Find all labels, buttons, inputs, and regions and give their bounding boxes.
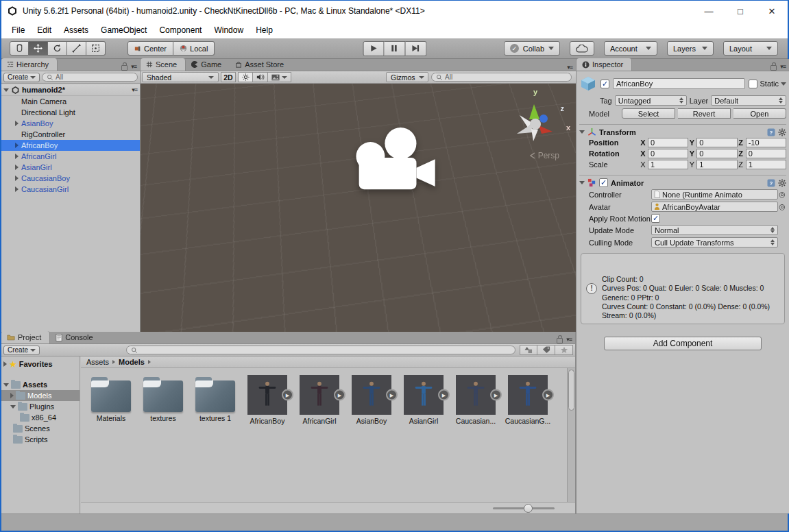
rect-tool-icon[interactable] — [86, 41, 106, 56]
transform-z-field[interactable]: -10 — [746, 138, 786, 147]
step-button[interactable] — [405, 41, 426, 56]
hierarchy-search-input[interactable]: All — [42, 73, 138, 82]
transform-y-field[interactable]: 0 — [696, 138, 737, 147]
panel-menu-icon[interactable]: ▾≡ — [780, 63, 786, 70]
hierarchy-item[interactable]: AfricanBoy — [1, 140, 140, 151]
transform-x-field[interactable]: 0 — [648, 149, 688, 158]
expand-triangle-icon[interactable] — [10, 393, 14, 398]
transform-header[interactable]: Transform ? — [579, 124, 786, 136]
tree-item-plugins[interactable]: Plugins — [1, 401, 80, 412]
preview-play-icon[interactable]: ▶ — [386, 389, 398, 401]
minimize-button[interactable]: — — [693, 1, 725, 21]
expand-triangle-icon[interactable] — [15, 165, 19, 170]
asset-store-tab[interactable]: Asset Store — [230, 58, 292, 71]
transform-x-field[interactable]: 1 — [648, 160, 688, 169]
menu-item[interactable]: File — [5, 21, 31, 38]
hierarchy-item[interactable]: AsianBoy — [1, 118, 140, 129]
gizmos-dropdown[interactable]: Gizmos — [386, 72, 428, 82]
menu-item[interactable]: Edit — [31, 21, 58, 38]
search-by-label-button[interactable] — [537, 345, 555, 355]
scene-root-row[interactable]: humanoid2* ▾≡ — [1, 84, 140, 96]
expand-triangle-icon[interactable] — [10, 405, 16, 409]
expand-triangle-icon[interactable] — [3, 361, 7, 367]
hierarchy-create-button[interactable]: Create — [3, 73, 40, 82]
layers-dropdown[interactable]: Layers — [667, 41, 714, 56]
asset-folder[interactable]: textures — [141, 375, 185, 425]
panel-menu-icon[interactable]: ▾≡ — [566, 336, 572, 343]
game-tab[interactable]: Game — [186, 58, 230, 71]
scene-tab[interactable]: Scene — [141, 58, 186, 71]
hierarchy-item[interactable]: CaucasianBoy — [1, 173, 140, 184]
avatar-field[interactable]: AfricanBoyAvatar — [651, 202, 778, 212]
asset-model[interactable]: ▶ Caucasian... — [454, 375, 498, 425]
asset-model[interactable]: ▶ AfricanBoy — [245, 375, 289, 425]
transform-y-field[interactable]: 1 — [696, 160, 737, 169]
expand-triangle-icon[interactable] — [15, 154, 19, 159]
collab-button[interactable]: ✓ Collab — [504, 41, 560, 56]
culling-mode-dropdown[interactable]: Cull Update Transforms — [651, 237, 778, 247]
expand-triangle-icon[interactable] — [15, 143, 19, 148]
account-dropdown[interactable]: Account — [604, 41, 657, 56]
search-by-type-button[interactable] — [520, 345, 537, 355]
expand-triangle-icon[interactable] — [15, 186, 19, 192]
menu-item[interactable]: Help — [250, 21, 279, 38]
expand-triangle-icon[interactable] — [15, 121, 19, 126]
controller-field[interactable]: None (Runtime Animato — [651, 189, 778, 200]
help-icon[interactable]: ? — [767, 128, 775, 136]
static-checkbox[interactable] — [749, 80, 757, 88]
expand-triangle-icon[interactable] — [15, 176, 19, 181]
rotate-tool-icon[interactable] — [48, 41, 67, 56]
object-picker-icon[interactable]: ◎ — [778, 202, 786, 211]
asset-model[interactable]: ▶ AsianBoy — [350, 375, 393, 425]
project-search-input[interactable] — [126, 346, 515, 354]
cloud-button[interactable] — [570, 41, 594, 56]
project-create-button[interactable]: Create — [3, 346, 40, 355]
animator-header[interactable]: ✓ Animator ? — [579, 175, 786, 187]
hierarchy-item[interactable]: Main Camera — [1, 96, 140, 107]
preview-play-icon[interactable]: ▶ — [542, 389, 554, 401]
expand-triangle-icon[interactable] — [3, 88, 9, 92]
model-select-button[interactable]: Select — [622, 108, 675, 119]
hierarchy-item[interactable]: CaucasianGirl — [1, 184, 140, 195]
expand-triangle-icon[interactable] — [579, 130, 585, 134]
model-revert-button[interactable]: Revert — [678, 108, 731, 119]
preview-play-icon[interactable]: ▶ — [282, 389, 293, 401]
lighting-toggle-button[interactable] — [238, 72, 253, 82]
help-icon[interactable]: ? — [767, 179, 775, 187]
effects-dropdown-button[interactable] — [268, 72, 291, 82]
tree-item-assets[interactable]: Assets — [1, 379, 80, 390]
move-tool-icon[interactable] — [29, 41, 48, 56]
menu-item[interactable]: Component — [153, 21, 208, 38]
apply-root-motion-checkbox[interactable]: ✓ — [651, 214, 660, 223]
model-open-button[interactable]: Open — [733, 108, 786, 119]
axis-orientation-gizmo[interactable] — [510, 96, 563, 149]
menu-item[interactable]: Window — [208, 21, 250, 38]
maximize-button[interactable]: □ — [725, 1, 756, 21]
asset-folder[interactable]: textures 1 — [193, 375, 237, 425]
tree-item-scripts[interactable]: Scripts — [1, 434, 80, 445]
favorites-item[interactable]: ★ Favorites — [1, 359, 80, 370]
scale-tool-icon[interactable] — [67, 41, 86, 56]
tree-item-x86-64[interactable]: x86_64 — [1, 412, 80, 423]
shading-mode-dropdown[interactable]: Shaded — [142, 72, 219, 82]
slider-knob[interactable] — [524, 504, 533, 513]
asset-folder[interactable]: Materials — [89, 375, 133, 425]
vertical-scrollbar[interactable] — [567, 368, 575, 502]
pause-button[interactable] — [384, 41, 405, 56]
scene-viewport[interactable]: y z x Persp — [141, 84, 576, 332]
asset-model[interactable]: ▶ AfricanGirl — [298, 375, 341, 425]
preview-play-icon[interactable]: ▶ — [490, 389, 502, 401]
layout-dropdown[interactable]: Layout — [723, 41, 778, 56]
breadcrumb-assets[interactable]: Assets — [86, 358, 109, 366]
tag-dropdown[interactable]: Untagged — [615, 95, 687, 106]
favorites-filter-button[interactable] — [555, 345, 573, 355]
animator-enabled-checkbox[interactable]: ✓ — [599, 178, 608, 187]
active-checkbox[interactable]: ✓ — [600, 80, 609, 88]
gear-icon[interactable] — [778, 179, 786, 187]
play-button[interactable] — [363, 41, 384, 56]
layer-dropdown[interactable]: Default — [711, 95, 786, 106]
preview-play-icon[interactable]: ▶ — [334, 389, 345, 401]
hierarchy-item[interactable]: AsianGirl — [1, 162, 140, 173]
hierarchy-item[interactable]: RigController — [1, 129, 140, 140]
gameobject-name-field[interactable]: AfricanBoy — [613, 78, 745, 89]
